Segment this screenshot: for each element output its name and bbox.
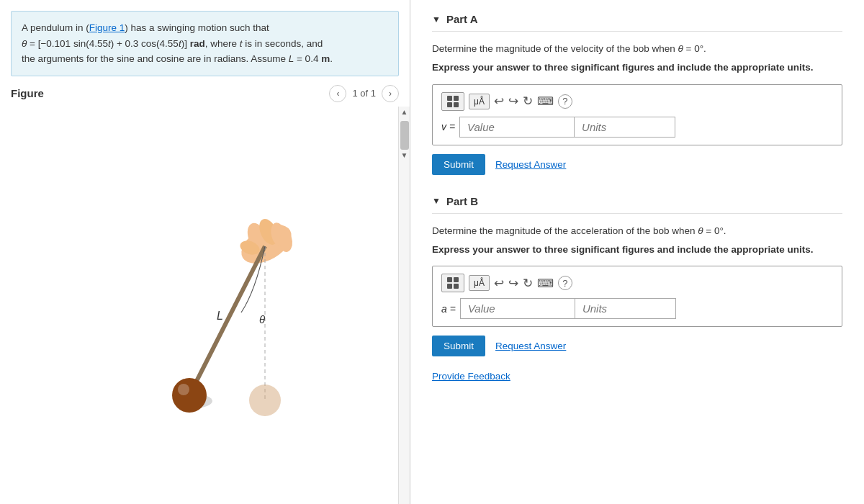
redo-icon-a[interactable]: ↪ — [508, 94, 518, 109]
part-a-units-input[interactable] — [575, 117, 675, 138]
figure-nav: ‹ 1 of 1 › — [329, 85, 399, 102]
figure-content: L θ ▲ ▼ — [0, 107, 410, 504]
matrix-button-b[interactable] — [441, 274, 464, 292]
part-a-section: ▼ Part A Determine the magnitude of the … — [432, 7, 842, 175]
left-panel: A pendulum in (Figure 1) has a swinging … — [0, 0, 410, 504]
part-a-collapse-toggle[interactable]: ▼ — [432, 14, 441, 24]
part-b-submit-button[interactable]: Submit — [432, 336, 485, 356]
part-b-value-input[interactable] — [460, 298, 575, 319]
prev-figure-button[interactable]: ‹ — [329, 85, 346, 102]
part-b-toolbar: μÅ ↩ ↪ ↻ ⌨ ? — [441, 274, 833, 292]
part-a-input-row: v = — [441, 117, 833, 138]
part-b-collapse-toggle[interactable]: ▼ — [432, 196, 441, 206]
part-b-input-row: a = — [441, 298, 833, 319]
bob-highlight — [178, 384, 189, 395]
svg-rect-8 — [447, 102, 452, 107]
bob-ghost — [249, 384, 281, 416]
part-b-title: Part B — [446, 195, 478, 207]
svg-rect-6 — [447, 96, 452, 101]
problem-equation: θ = [−0.101 sin(4.55t) + 0.3 cos(4.55t)]… — [22, 38, 323, 49]
keyboard-icon-a[interactable]: ⌨ — [537, 94, 554, 108]
matrix-button-a[interactable] — [441, 92, 464, 111]
redo-icon-b[interactable]: ↪ — [508, 276, 518, 291]
svg-rect-7 — [454, 96, 459, 101]
svg-rect-13 — [454, 284, 459, 289]
scroll-thumb[interactable] — [400, 121, 409, 150]
part-a-submit-button[interactable]: Submit — [432, 154, 485, 175]
hand-group — [235, 216, 298, 271]
problem-continuation: the arguments for the sine and cosine ar… — [22, 53, 333, 64]
part-a-toolbar: μÅ ↩ ↪ ↻ ⌨ ? — [441, 92, 833, 111]
right-panel: ▼ Part A Determine the magnitude of the … — [410, 0, 864, 504]
svg-rect-9 — [454, 102, 459, 107]
pendulum-bob — [172, 378, 207, 413]
provide-feedback-link[interactable]: Provide Feedback — [432, 371, 842, 382]
length-label: L — [217, 310, 223, 322]
part-a-variable: v = — [441, 121, 455, 132]
part-b-answer-box: μÅ ↩ ↪ ↻ ⌨ ? a = — [432, 266, 842, 327]
refresh-icon-b[interactable]: ↻ — [523, 276, 533, 291]
svg-rect-11 — [454, 277, 459, 282]
problem-text-box: A pendulum in (Figure 1) has a swinging … — [11, 11, 399, 76]
part-b-action-row: Submit Request Answer — [432, 336, 842, 356]
part-a-request-answer-button[interactable]: Request Answer — [495, 159, 566, 170]
part-b-section: ▼ Part B Determine the magnitude of the … — [432, 189, 842, 357]
part-a-value-input[interactable] — [459, 117, 575, 138]
part-b-instruction: Express your answer to three significant… — [432, 243, 842, 257]
part-a-question: Determine the magnitude of the velocity … — [432, 42, 842, 56]
theta-label: θ — [259, 313, 265, 325]
scroll-down-arrow[interactable]: ▼ — [399, 150, 410, 161]
part-a-action-row: Submit Request Answer — [432, 154, 842, 175]
part-a-instruction: Express your answer to three significant… — [432, 60, 842, 75]
part-b-request-answer-button[interactable]: Request Answer — [495, 341, 566, 351]
refresh-icon-a[interactable]: ↻ — [523, 94, 533, 109]
help-icon-b[interactable]: ? — [558, 276, 572, 290]
part-a-header: ▼ Part A — [432, 7, 842, 32]
next-figure-button[interactable]: › — [382, 85, 399, 102]
part-a-answer-box: μÅ ↩ ↪ ↻ ⌨ ? v = — [432, 84, 842, 145]
scroll-up-arrow[interactable]: ▲ — [399, 107, 410, 118]
help-icon-a[interactable]: ? — [558, 94, 572, 109]
figure-header: Figure ‹ 1 of 1 › — [0, 76, 410, 107]
figure-title: Figure — [11, 87, 44, 99]
undo-icon-b[interactable]: ↩ — [494, 276, 504, 291]
mu-button-b[interactable]: μÅ — [469, 275, 490, 291]
part-a-title: Part A — [446, 13, 478, 25]
part-b-header: ▼ Part B — [432, 189, 842, 214]
svg-rect-10 — [447, 277, 452, 282]
figure-counter: 1 of 1 — [352, 88, 376, 99]
matrix-icon-a — [446, 95, 459, 108]
scroll-bar[interactable]: ▲ ▼ — [398, 107, 410, 504]
figure-link[interactable]: Figure 1 — [89, 22, 125, 33]
figure-area: Figure ‹ 1 of 1 › — [0, 76, 410, 504]
undo-icon-a[interactable]: ↩ — [494, 94, 504, 109]
part-b-units-input[interactable] — [575, 298, 676, 319]
matrix-icon-b — [446, 276, 459, 289]
part-b-variable: a = — [441, 303, 456, 315]
pendulum-rod — [189, 246, 265, 395]
mu-button-a[interactable]: μÅ — [469, 94, 490, 109]
problem-intro: A pendulum in (Figure 1) has a swinging … — [22, 22, 269, 33]
part-b-question: Determine the magnitude of the accelerat… — [432, 224, 842, 238]
svg-rect-12 — [447, 284, 452, 289]
keyboard-icon-b[interactable]: ⌨ — [537, 276, 554, 290]
pendulum-illustration: L θ — [83, 183, 328, 428]
